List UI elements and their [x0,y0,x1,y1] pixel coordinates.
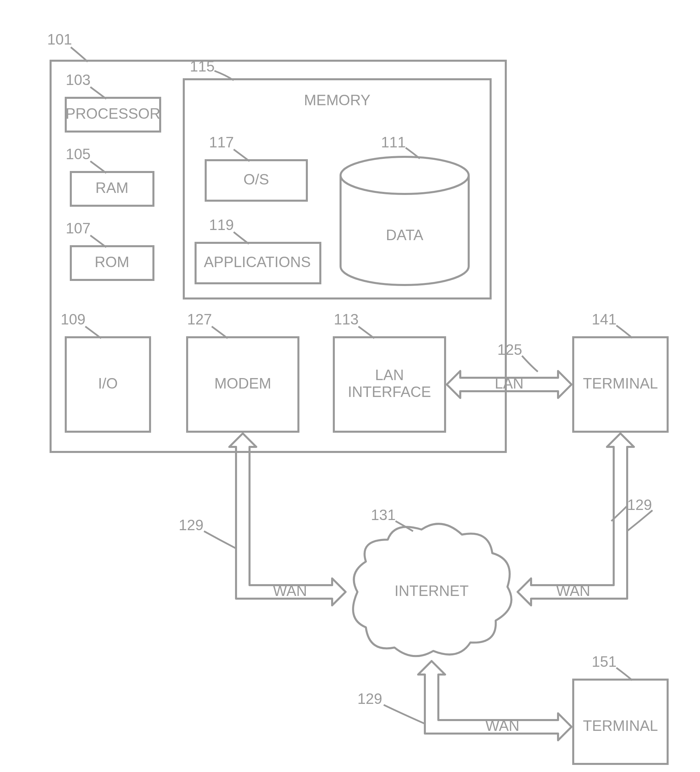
io-label: I/O [98,375,118,392]
system-diagram: 101 PROCESSOR 103 RAM 105 ROM 107 I/O 10… [0,0,700,772]
ref-rom: 107 [66,220,90,236]
lan-label: LAN [495,375,523,392]
internet-label: INTERNET [394,582,469,599]
leader-terminal1 [617,325,632,338]
ref-apps: 119 [209,216,234,233]
ref-internet: 131 [371,507,396,523]
ref-wan-right: 129 [627,496,652,513]
ref-lan: 125 [497,341,522,358]
leader-wan-left [204,531,236,548]
ref-terminal1: 141 [592,311,617,327]
ref-data: 111 [381,134,406,150]
ref-main: 101 [47,31,72,47]
svg-point-0 [340,157,469,194]
ram-label: RAM [95,180,128,196]
leader-main [71,47,88,62]
leader-lan [522,356,538,372]
wan-bottom-label: WAN [485,717,519,734]
ref-wan-left: 129 [179,517,203,533]
os-label: O/S [244,171,269,188]
terminal2-label: TERMINAL [583,717,658,734]
leader-wan-right2 [628,510,653,530]
ref-os: 117 [209,134,234,150]
wan-right-label: WAN [556,582,590,599]
memory-label: MEMORY [304,92,370,108]
ref-modem: 127 [187,311,212,327]
modem-label: MODEM [214,375,271,392]
wan-right-arrow [518,433,634,605]
ref-wan-bottom: 129 [357,690,382,707]
ref-ram: 105 [66,146,90,162]
wan-left-label: WAN [273,582,307,599]
data-cylinder [340,157,469,285]
leader-terminal2 [617,668,632,680]
ref-terminal2: 151 [592,653,617,670]
lan-if-label-1: LAN [375,366,404,383]
apps-label: APPLICATIONS [204,254,311,270]
terminal1-label: TERMINAL [583,375,658,392]
ref-processor: 103 [66,72,90,88]
processor-label: PROCESSOR [65,105,160,122]
wan-left-arrow [229,433,346,605]
ref-memory: 115 [190,58,214,75]
lan-if-label-2: INTERFACE [348,383,431,400]
rom-label: ROM [95,254,129,270]
ref-lan-if: 113 [334,311,358,327]
data-label: DATA [386,227,424,243]
leader-wan-bottom [384,705,424,723]
ref-io: 109 [61,311,85,327]
